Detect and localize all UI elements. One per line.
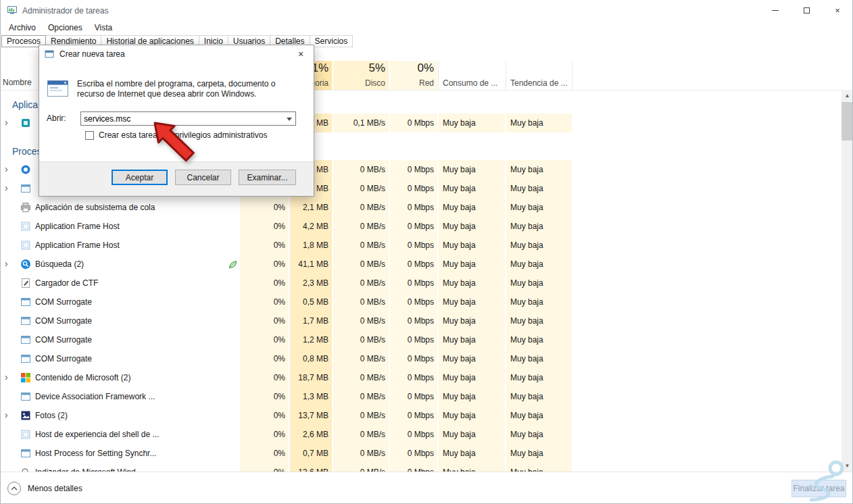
process-row[interactable]: COM Surrogate0%0,5 MB0 MB/s0 MbpsMuy baj… bbox=[0, 293, 842, 311]
process-name: Cargador de CTF bbox=[35, 274, 226, 293]
net-cell: 0 Mbps bbox=[390, 198, 437, 217]
process-row[interactable]: ›Contenido de Microsoft (2)0%18,7 MB0 MB… bbox=[0, 368, 842, 387]
dialog-window-icon bbox=[45, 49, 54, 61]
menu-item-vista[interactable]: Vista bbox=[89, 20, 118, 35]
pow-cell: Muy baja bbox=[439, 387, 505, 406]
column-label: Tendencia de ... bbox=[510, 78, 568, 88]
process-row[interactable]: COM Surrogate0%0,8 MB0 MB/s0 MbpsMuy baj… bbox=[0, 349, 842, 368]
process-row[interactable]: Cargador de CTF0%2,3 MB0 MB/s0 MbpsMuy b… bbox=[0, 274, 842, 293]
trend-cell: Muy baja bbox=[506, 444, 572, 463]
expand-chevron-icon[interactable]: › bbox=[5, 406, 8, 424]
dropdown-arrow-icon[interactable] bbox=[287, 118, 292, 121]
expand-chevron-icon[interactable]: › bbox=[5, 255, 8, 272]
disk-cell: 0 MB/s bbox=[333, 463, 389, 472]
process-row[interactable]: ›Fotos (2)0%13,7 MB0 MB/s0 MbpsMuy bajaM… bbox=[0, 406, 842, 425]
column-header-trend[interactable]: Tendencia de ... bbox=[506, 61, 572, 90]
close-button[interactable]: × bbox=[822, 0, 853, 20]
vertical-scrollbar[interactable]: ▲ ▼ bbox=[842, 90, 853, 472]
dialog-title: Crear nueva tarea bbox=[59, 45, 125, 63]
process-name: COM Surrogate bbox=[35, 311, 226, 330]
process-row[interactable]: ›Búsqueda (2)0%41,1 MB0 MB/s0 MbpsMuy ba… bbox=[0, 255, 842, 274]
window-icon bbox=[20, 316, 31, 326]
mem-cell: 2,3 MB bbox=[290, 274, 332, 293]
expand-chevron-icon[interactable]: › bbox=[5, 160, 8, 178]
run-program-icon bbox=[47, 78, 70, 101]
net-cell: 0 Mbps bbox=[390, 274, 437, 293]
column-header-pow[interactable]: Consumo de ... bbox=[439, 61, 505, 90]
window-icon bbox=[20, 353, 31, 364]
cpu-cell: 0% bbox=[240, 425, 289, 444]
minimize-icon bbox=[772, 10, 779, 11]
process-row[interactable]: Application Frame Host0%1,8 MB0 MB/s0 Mb… bbox=[0, 236, 842, 255]
window-icon bbox=[20, 391, 31, 402]
net-cell: 0 Mbps bbox=[390, 425, 437, 444]
net-cell: 0 Mbps bbox=[390, 293, 437, 311]
pow-cell: Muy baja bbox=[439, 349, 505, 368]
process-row[interactable]: Host Process for Setting Synchr...0%0,7 … bbox=[0, 444, 842, 463]
menu-item-archivo[interactable]: Archivo bbox=[3, 20, 42, 35]
column-label: Disco bbox=[365, 78, 385, 88]
process-name: Fotos (2) bbox=[35, 406, 226, 425]
process-name: COM Surrogate bbox=[35, 330, 226, 349]
cpu-cell: 0% bbox=[240, 368, 289, 387]
minimize-button[interactable] bbox=[760, 0, 791, 20]
expand-chevron-icon[interactable]: › bbox=[5, 114, 8, 131]
teal-icon bbox=[20, 118, 31, 128]
maximize-button[interactable] bbox=[791, 0, 822, 20]
browse-button[interactable]: Examinar... bbox=[239, 170, 296, 185]
cpu-cell: 0% bbox=[240, 330, 289, 349]
scroll-up-button[interactable]: ▲ bbox=[842, 90, 853, 101]
tab-servicios[interactable]: Servicios bbox=[310, 35, 354, 47]
process-row[interactable]: Application Frame Host0%4,2 MB0 MB/s0 Mb… bbox=[0, 217, 842, 236]
pow-cell: Muy baja bbox=[439, 160, 505, 179]
process-row[interactable]: Aplicación de subsistema de cola0%2,1 MB… bbox=[0, 198, 842, 217]
process-row[interactable]: COM Surrogate0%1,7 MB0 MB/s0 MbpsMuy baj… bbox=[0, 311, 842, 330]
window-icon bbox=[20, 334, 31, 345]
dialog-close-button[interactable]: × bbox=[291, 45, 311, 63]
pow-cell: Muy baja bbox=[439, 406, 505, 425]
column-header-name[interactable]: Nombre bbox=[3, 78, 32, 87]
pen-icon bbox=[20, 278, 31, 288]
net-cell: 0 Mbps bbox=[390, 217, 437, 236]
admin-privileges-checkbox[interactable] bbox=[85, 131, 94, 140]
net-cell: 0 Mbps bbox=[390, 349, 437, 368]
menu-item-opciones[interactable]: Opciones bbox=[42, 20, 89, 35]
process-name: Indizador de Microsoft Wind... bbox=[35, 463, 226, 472]
disk-cell: 0 MB/s bbox=[333, 179, 389, 198]
task-manager-icon bbox=[7, 5, 18, 18]
pow-cell: Muy baja bbox=[439, 368, 505, 387]
column-header-disk[interactable]: 5%Disco bbox=[333, 61, 389, 90]
process-row[interactable]: Host de experiencia del shell de ...0%2,… bbox=[0, 425, 842, 444]
expand-chevron-icon[interactable]: › bbox=[5, 368, 8, 386]
less-details-toggle[interactable]: Menos detalles bbox=[7, 472, 82, 504]
process-name: COM Surrogate bbox=[35, 293, 226, 311]
window-titlebar: Administrador de tareas × bbox=[0, 0, 853, 20]
cpu-cell: 0% bbox=[240, 255, 289, 274]
trend-cell: Muy baja bbox=[506, 463, 572, 472]
trend-cell: Muy baja bbox=[506, 236, 572, 255]
mem-cell: 41,1 MB bbox=[290, 255, 332, 274]
frame-icon bbox=[20, 240, 31, 251]
process-row[interactable]: COM Surrogate0%1,2 MB0 MB/s0 MbpsMuy baj… bbox=[0, 330, 842, 349]
printer-icon bbox=[20, 202, 31, 213]
column-label: Red bbox=[419, 78, 434, 88]
scrollbar-thumb[interactable] bbox=[842, 102, 853, 141]
process-name: Búsqueda (2) bbox=[35, 255, 226, 274]
process-name: Device Association Framework ... bbox=[35, 387, 226, 406]
process-row[interactable]: Device Association Framework ...0%1,3 MB… bbox=[0, 387, 842, 406]
net-cell: 0 Mbps bbox=[390, 160, 437, 179]
process-row[interactable]: Indizador de Microsoft Wind...0%13,6 MB0… bbox=[0, 463, 842, 472]
close-icon: × bbox=[298, 49, 303, 59]
pow-cell: Muy baja bbox=[439, 274, 505, 293]
expand-chevron-icon[interactable]: › bbox=[5, 179, 8, 197]
net-cell: 0 Mbps bbox=[390, 387, 437, 406]
dialog-titlebar: Crear nueva tarea × bbox=[39, 45, 314, 63]
cpu-cell: 0% bbox=[240, 236, 289, 255]
dialog-message: Escriba el nombre del programa, carpeta,… bbox=[77, 79, 276, 99]
chevron-up-circle-icon bbox=[7, 481, 22, 496]
red-arrow-annotation bbox=[139, 115, 213, 177]
trend-cell: Muy baja bbox=[506, 179, 572, 198]
disk-cell: 0 MB/s bbox=[333, 349, 389, 368]
column-header-net[interactable]: 0%Red bbox=[390, 61, 437, 90]
window-icon bbox=[20, 448, 31, 459]
